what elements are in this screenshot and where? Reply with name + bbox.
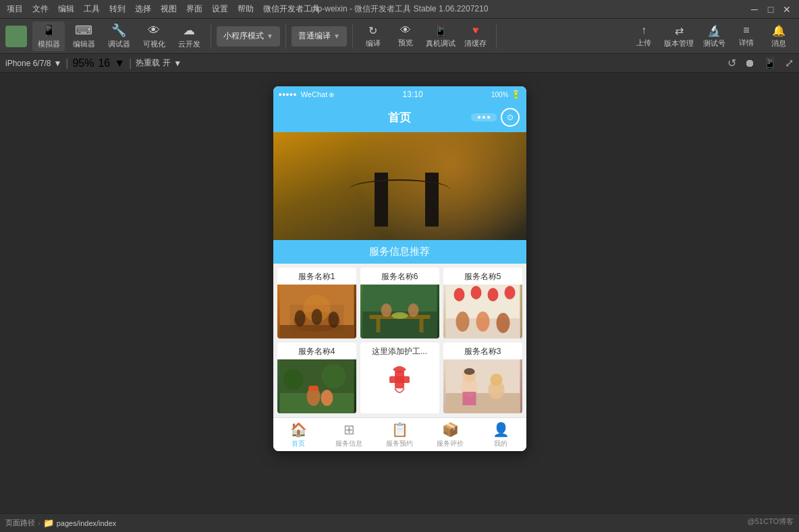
detail-button[interactable]: ≡ 详情 [732,22,761,51]
services-section-header: 服务信息推荐 [273,240,526,264]
menu-tools[interactable]: 工具 [84,3,100,15]
service-title-3: 服务名称3 [443,343,522,359]
editor-button[interactable]: ⌨ 编辑器 [67,22,100,51]
visualize-button[interactable]: 👁 可视化 [138,22,170,51]
tab-booking[interactable]: 📋 服务预约 [375,419,425,451]
cloud-icon: ☁ [183,23,195,38]
menu-project[interactable]: 项目 [7,3,23,15]
separator-3 [352,24,353,49]
hotreload-toggle[interactable]: 热重载 开 ▼ [136,57,182,69]
tab-review[interactable]: 📦 服务评价 [425,419,476,451]
hotreload-status: 开 [163,57,171,69]
simulator-button[interactable]: 📱 模拟器 [32,22,65,51]
menu-interface[interactable]: 界面 [186,3,202,15]
upload-button[interactable]: ↑ 上传 [629,22,659,51]
device-selector[interactable]: iPhone 6/7/8 ▼ [5,59,61,68]
refresh-icon[interactable]: ↺ [727,57,736,69]
profile-icon: 👤 [493,421,509,438]
clearcache-label: 清缓存 [464,38,487,49]
hotreload-label: 热重载 [136,57,160,69]
svg-rect-34 [395,371,404,388]
service-item-3[interactable]: 服务名称3 [443,343,522,413]
menu-file[interactable]: 文件 [32,3,49,15]
wechat-nav-bar: 首页 ⊙ [273,102,526,132]
debugger-button[interactable]: 🔧 调试器 [103,22,135,51]
service-item-6[interactable]: 服务名称6 [360,268,439,338]
message-button[interactable]: 🔔 消息 [764,22,794,51]
mode-dropdown[interactable]: 小程序模式 ▼ [217,26,280,47]
cloud-button[interactable]: ☁ 云开发 [173,22,205,51]
scale-level: 16 [98,57,110,69]
preview-button[interactable]: 👁 预览 [391,22,420,51]
tab-services-label: 服务信息 [335,439,362,448]
menu-goto[interactable]: 转到 [109,3,126,15]
menu-settings[interactable]: 设置 [212,3,228,15]
svg-point-27 [283,370,303,390]
editor-label: 编辑器 [73,39,95,49]
signal-icon: ●●●●● [279,91,297,98]
window-title: mp-weixin - 微信开发者工具 Stable 1.06.2207210 [311,3,489,15]
breadcrumb-label[interactable]: 页面路径 [5,518,35,528]
dot-3 [487,116,490,119]
zoom-arrow-icon: ▼ [114,57,125,69]
svg-rect-42 [462,392,476,405]
wifi-icon: ⊕ [329,91,334,98]
stop-icon[interactable]: ⏺ [744,57,755,69]
visualize-label: 可视化 [143,39,165,49]
service-image-1 [277,285,356,338]
separator-1 [211,24,211,49]
phone-icon[interactable]: 📱 [763,57,777,69]
menu-help[interactable]: 帮助 [238,3,254,15]
service-item-4[interactable]: 服务名称4 [277,343,356,413]
minimize-button[interactable]: ─ [749,4,760,15]
separator-4 [496,24,497,49]
clearcache-button[interactable]: 🔻 清缓存 [461,22,491,51]
tab-profile[interactable]: 👤 我的 [476,419,526,451]
review-icon: 📦 [442,421,459,438]
menu-view[interactable]: 视图 [161,3,177,15]
svg-point-13 [381,303,391,317]
current-path: pages/index/index [57,519,117,527]
mode-label: 小程序模式 [223,30,264,42]
user-avatar[interactable] [5,26,27,47]
nav-actions: ⊙ [471,108,520,127]
tab-booking-label: 服务预约 [386,439,413,448]
battery-icon: 🔋 [511,90,521,99]
upload-icon: ↑ [641,24,646,36]
svg-point-22 [456,312,469,332]
maximize-button[interactable]: □ [765,4,776,15]
service-item-add[interactable]: 这里添加护工... [360,343,439,413]
menu-edit[interactable]: 编辑 [58,3,74,15]
service-item-1[interactable]: 服务名称1 [277,268,356,338]
editor-icon: ⌨ [75,23,92,38]
device-bar: iPhone 6/7/8 ▼ | 95% 16 ▼ | 热重载 开 ▼ ↺ ⏺ … [0,54,799,73]
breadcrumb-arrow-icon: › [38,519,40,527]
nav-target-button[interactable]: ⊙ [501,108,520,127]
tab-home[interactable]: 🏠 首页 [273,419,324,451]
title-bar: 项目 文件 编辑 工具 转到 选择 视图 界面 设置 帮助 微信开发者工具 mp… [0,0,799,19]
test-button[interactable]: 🔬 测试号 [699,22,729,51]
version-button[interactable]: ⇄ 版本管理 [661,22,696,51]
realtest-button[interactable]: 📱 真机调试 [423,22,458,51]
services-grid: 服务名称1 [273,264,526,417]
main-content: ●●●●● WeChat ⊕ 13:10 100% 🔋 首页 [0,73,799,513]
close-button[interactable]: ✕ [781,4,792,15]
rotate-icon[interactable]: ⤢ [785,57,794,69]
device-info: iPhone 6/7/8 ▼ | 95% 16 ▼ | 热重载 开 ▼ [5,57,182,69]
tab-bar: 🏠 首页 ⊞ 服务信息 📋 服务预约 📦 服务评价 👤 我的 [273,417,526,451]
compile-button[interactable]: ↻ 编译 [358,22,388,51]
service-title-4: 服务名称4 [277,343,356,359]
compile-mode-label: 普通编译 [298,30,331,42]
service-item-5[interactable]: 服务名称5 [443,268,522,338]
nav-dots-button[interactable] [471,113,497,121]
menu-select[interactable]: 选择 [135,3,151,15]
phone-frame: ●●●●● WeChat ⊕ 13:10 100% 🔋 首页 [273,86,526,451]
breadcrumb: 页面路径 › 📁 pages/index/index [5,518,116,528]
service-title-5: 服务名称5 [443,268,522,285]
service-image-6 [360,285,439,338]
folder-icon: 📁 [43,518,54,528]
compile-mode-dropdown[interactable]: 普通编译 ▼ [292,26,347,47]
booking-icon: 📋 [391,421,408,438]
tab-services[interactable]: ⊞ 服务信息 [324,419,375,451]
window-controls: ─ □ ✕ [749,4,792,15]
